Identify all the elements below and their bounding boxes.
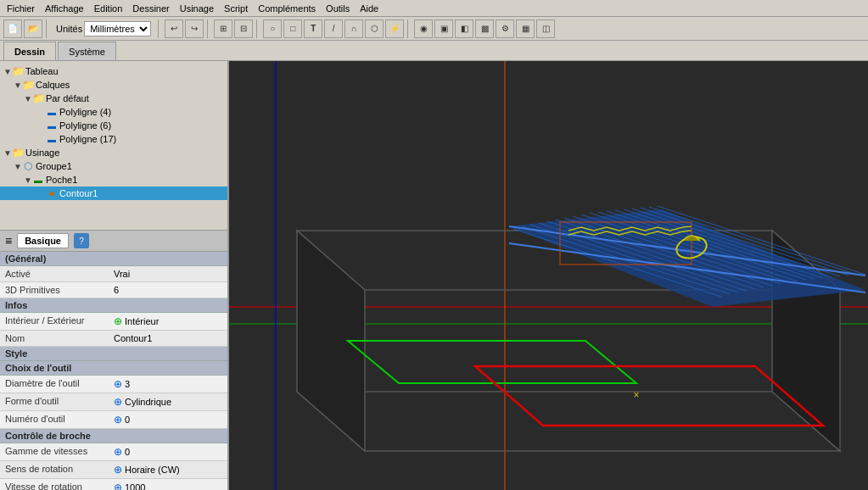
- poly4-icon: ▬: [46, 106, 58, 118]
- vitesse-rot-text: 1000: [125, 482, 145, 490]
- folder-icon-pardefaut: 📁: [32, 92, 44, 104]
- undo-button[interactable]: ↩: [165, 19, 183, 38]
- 3d-viewport[interactable]: ×: [229, 61, 868, 490]
- lightning-button[interactable]: ⚡: [385, 19, 404, 38]
- tree-node-poche1[interactable]: ▼ ▬ Poche1: [0, 173, 227, 187]
- tree-label-poly17: Polyligne (17): [59, 134, 116, 144]
- gamme-icon: ⊕: [114, 446, 122, 458]
- numero-icon: ⊕: [114, 414, 122, 426]
- section-choix-outil: Choix de l'outil: [0, 361, 227, 376]
- prop-label-gamme: Gamme de vitesses: [0, 444, 110, 459]
- left-panel: ▼ 📁 Tableau ▼ 📁 Calques ▼ 📁 Par défaut ▶…: [0, 61, 229, 490]
- tree-node-poly4[interactable]: ▶ ▬ Polyligne (4): [0, 105, 227, 119]
- props-header: ≡ Basique ?: [0, 231, 227, 252]
- tool4[interactable]: ▩: [475, 19, 494, 38]
- prop-row-vitesse-rotation: Vitesse de rotation ⊕ 1000: [0, 479, 227, 490]
- tree-node-pardefaut[interactable]: ▼ 📁 Par défaut: [0, 92, 227, 105]
- tool2[interactable]: ▣: [434, 19, 453, 38]
- menu-dessiner[interactable]: Dessiner: [127, 2, 174, 15]
- tool6[interactable]: ▦: [516, 19, 535, 38]
- prop-row-forme: Forme d'outil ⊕ Cylindrique: [0, 393, 227, 411]
- units-dropdown[interactable]: Millimètres Pouces: [84, 21, 151, 36]
- tab-systeme[interactable]: Système: [58, 42, 116, 60]
- tree-label-groupe1: Groupe1: [36, 161, 72, 171]
- prop-row-sens: Sens de rotation ⊕ Horaire (CW): [0, 461, 227, 479]
- rect-button[interactable]: □: [283, 19, 302, 38]
- tree-node-groupe1[interactable]: ▼ ⬡ Groupe1: [0, 159, 227, 173]
- vitesse-rot-icon: ⊕: [114, 482, 122, 490]
- section-general: (Général): [0, 252, 227, 266]
- prop-value-3dprimitives: 6: [110, 283, 227, 297]
- menu-script[interactable]: Script: [219, 2, 253, 15]
- expand-tableau[interactable]: ▼: [3, 67, 12, 76]
- menu-fichier[interactable]: Fichier: [2, 2, 40, 15]
- tree-node-poly6[interactable]: ▶ ▬ Polyligne (6): [0, 119, 227, 132]
- section-broche: Contrôle de broche: [0, 429, 227, 443]
- menu-complements[interactable]: Compléments: [253, 2, 321, 15]
- redo-button[interactable]: ↪: [185, 19, 204, 38]
- menu-edition[interactable]: Edition: [89, 2, 128, 15]
- prop-label-sens: Sens de rotation: [0, 462, 110, 477]
- menu-usinage[interactable]: Usinage: [175, 2, 219, 15]
- new-button[interactable]: 📄: [3, 19, 22, 38]
- tree-node-contour1[interactable]: ▶ ● Contour1: [0, 187, 227, 200]
- prop-row-3dprimitives: 3D Primitives 6: [0, 282, 227, 298]
- folder-icon-tableau: 📁: [12, 65, 24, 77]
- grid-button[interactable]: ⊞: [214, 19, 232, 38]
- arc-button[interactable]: ∩: [344, 19, 363, 38]
- line-button[interactable]: /: [324, 19, 343, 38]
- diametre-icon: ⊕: [114, 378, 122, 390]
- svg-text:×: ×: [633, 389, 639, 401]
- tab-dessin[interactable]: Dessin: [3, 42, 56, 60]
- prop-label-nom: Nom: [0, 331, 110, 345]
- prop-value-numero: ⊕ 0: [110, 412, 227, 427]
- tree-label-calques: Calques: [36, 80, 70, 90]
- tree-label-pardefaut: Par défaut: [46, 93, 89, 103]
- tool5[interactable]: ⚙: [496, 19, 514, 38]
- text-button[interactable]: T: [304, 19, 322, 38]
- poly6-icon: ▬: [46, 120, 58, 131]
- numero-text: 0: [125, 415, 130, 425]
- props-tab-basique[interactable]: Basique: [17, 233, 69, 248]
- expand-calques[interactable]: ▼: [14, 81, 22, 90]
- menu-aide[interactable]: Aide: [355, 2, 384, 15]
- separator-1: [46, 19, 49, 38]
- poly-button[interactable]: ⬡: [365, 19, 384, 38]
- interieur-text: Intérieur: [125, 316, 159, 326]
- tree-label-contour1: Contour1: [59, 188, 98, 198]
- tool3[interactable]: ◧: [455, 19, 473, 38]
- prop-row-interieur: Intérieur / Extérieur ⊕ Intérieur: [0, 313, 227, 331]
- expand-groupe1[interactable]: ▼: [14, 162, 22, 171]
- expand-poche1[interactable]: ▼: [24, 175, 32, 185]
- prop-row-nom: Nom Contour1: [0, 331, 227, 347]
- menu-outils[interactable]: Outils: [321, 2, 355, 15]
- tree-node-tableau[interactable]: ▼ 📁 Tableau: [0, 64, 227, 78]
- separator-2: [158, 19, 161, 38]
- forme-icon: ⊕: [114, 396, 122, 408]
- tree-node-usinage[interactable]: ▼ 📁 Usinage: [0, 146, 227, 159]
- prop-value-diametre: ⊕ 3: [110, 376, 227, 392]
- menu-bar: Fichier Affichage Edition Dessiner Usina…: [0, 0, 868, 17]
- prop-row-gamme: Gamme de vitesses ⊕ 0: [0, 443, 227, 461]
- tree-node-poly17[interactable]: ▶ ▬ Polyligne (17): [0, 132, 227, 146]
- help-button[interactable]: ?: [74, 233, 89, 248]
- circle-button[interactable]: ○: [263, 19, 282, 38]
- prop-label-vitesse-rotation: Vitesse de rotation: [0, 480, 110, 490]
- tool7[interactable]: ◫: [536, 19, 555, 38]
- expand-pardefaut[interactable]: ▼: [24, 94, 32, 103]
- section-infos: Infos: [0, 298, 227, 313]
- contour1-icon: ●: [46, 187, 58, 199]
- tree-node-calques[interactable]: ▼ 📁 Calques: [0, 78, 227, 92]
- open-button[interactable]: 📂: [24, 19, 42, 38]
- prop-label-3dprimitives: 3D Primitives: [0, 283, 110, 297]
- snap-button[interactable]: ⊟: [234, 19, 253, 38]
- folder-icon-usinage: 📁: [12, 147, 24, 159]
- tree-view: ▼ 📁 Tableau ▼ 📁 Calques ▼ 📁 Par défaut ▶…: [0, 61, 227, 231]
- tree-label-usinage: Usinage: [25, 148, 59, 158]
- sens-text: Horaire (CW): [125, 465, 180, 475]
- expand-usinage[interactable]: ▼: [3, 148, 12, 158]
- menu-affichage[interactable]: Affichage: [40, 2, 89, 15]
- prop-value-vitesse-rotation: ⊕ 1000: [110, 480, 227, 490]
- tool1[interactable]: ◉: [414, 19, 433, 38]
- prop-label-forme: Forme d'outil: [0, 394, 110, 409]
